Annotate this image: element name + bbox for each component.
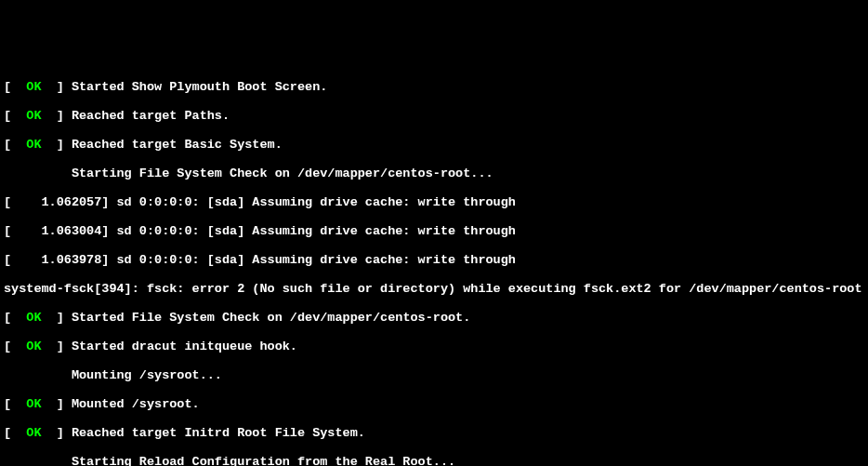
- error-line: systemd-fsck[394]: fsck: error 2 (No suc…: [4, 282, 864, 297]
- boot-line: [ OK ] Started dracut initqueue hook.: [4, 340, 864, 354]
- kernel-line: [ 1.063004] sd 0:0:0:0: [sda] Assuming d…: [4, 224, 864, 239]
- status-ok: OK: [26, 426, 41, 440]
- boot-line: [ OK ] Started File System Check on /dev…: [4, 311, 864, 326]
- boot-line: [ OK ] Reached target Initrd Root File S…: [4, 426, 864, 441]
- status-ok: OK: [26, 340, 41, 353]
- boot-line: [ OK ] Started Show Plymouth Boot Screen…: [4, 80, 864, 95]
- status-ok: OK: [26, 80, 41, 94]
- kernel-line: [ 1.062057] sd 0:0:0:0: [sda] Assuming d…: [4, 195, 864, 210]
- console-output: [ OK ] Started Show Plymouth Boot Screen…: [4, 65, 864, 466]
- boot-line: Starting File System Check on /dev/mappe…: [4, 166, 864, 181]
- status-ok: OK: [26, 109, 41, 123]
- boot-line: [ OK ] Reached target Paths.: [4, 109, 864, 124]
- status-ok: OK: [26, 311, 41, 325]
- status-ok: OK: [26, 397, 41, 411]
- boot-line: Starting Reload Configuration from the R…: [4, 455, 864, 466]
- kernel-line: [ 1.063978] sd 0:0:0:0: [sda] Assuming d…: [4, 253, 864, 268]
- boot-line: Mounting /sysroot...: [4, 368, 864, 383]
- boot-line: [ OK ] Reached target Basic System.: [4, 138, 864, 153]
- boot-line: [ OK ] Mounted /sysroot.: [4, 397, 864, 412]
- status-ok: OK: [26, 138, 41, 152]
